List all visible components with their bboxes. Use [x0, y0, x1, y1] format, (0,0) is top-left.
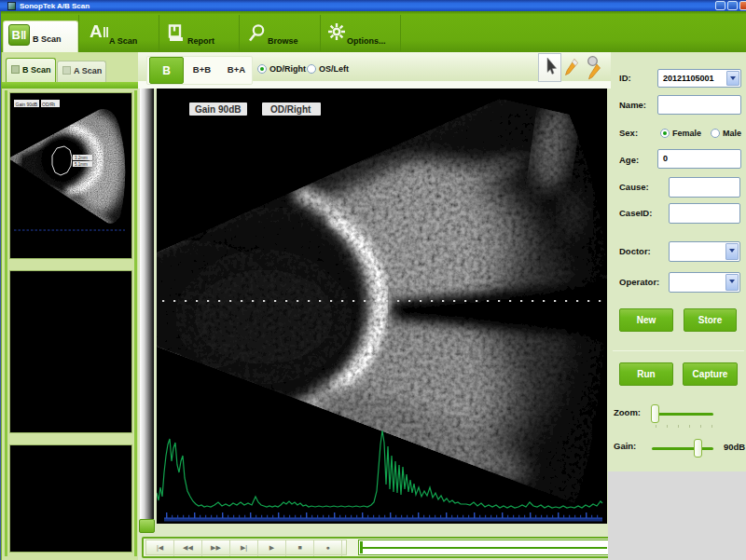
svg-text:Gain 90dB: Gain 90dB [195, 104, 241, 115]
svg-text:Gain 90dB: Gain 90dB [16, 102, 38, 107]
svg-text:3.2mm: 3.2mm [75, 156, 88, 160]
svg-text:5.1mm: 5.1mm [75, 162, 88, 167]
svg-text:OD/Right: OD/Right [270, 104, 311, 115]
svg-text:OD/Rt: OD/Rt [42, 102, 56, 107]
